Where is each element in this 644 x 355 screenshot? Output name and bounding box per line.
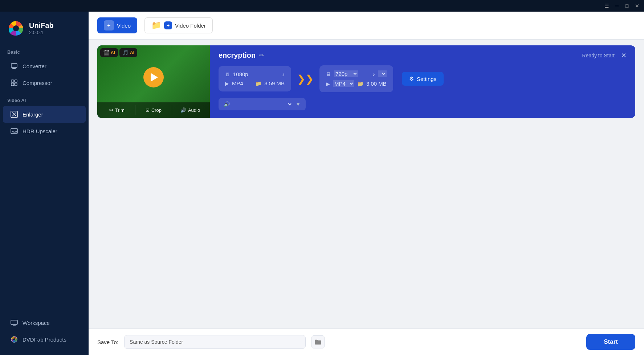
sidebar-item-dvdfab[interactable]: DVDFab Products bbox=[3, 331, 86, 348]
monitor-icon: 🖥 bbox=[225, 72, 230, 77]
play-small-icon: ▶ bbox=[225, 81, 229, 86]
video-ai-section-label: Video AI bbox=[0, 95, 89, 106]
sidebar-item-converter[interactable]: Converter bbox=[3, 58, 86, 74]
start-button[interactable]: Start bbox=[586, 334, 635, 350]
dest-resolution-select[interactable]: 720p 1080p 480p 360p bbox=[334, 70, 358, 77]
sidebar-logo: UniFab 2.0.0.1 bbox=[0, 12, 89, 47]
close-conv-button[interactable]: ✕ bbox=[621, 52, 627, 60]
ready-badge: Ready to Start bbox=[582, 53, 615, 58]
logo-icon bbox=[7, 20, 25, 37]
source-format-line: ▶ MP4 📁 3.59 MB bbox=[225, 80, 285, 86]
workspace-icon bbox=[10, 319, 18, 327]
svg-rect-8 bbox=[15, 83, 17, 86]
bottom-bar: Save To: Start bbox=[89, 329, 644, 355]
audio-button[interactable]: 🔊 Audio bbox=[172, 105, 208, 115]
dest-audio-select[interactable] bbox=[378, 70, 387, 77]
play-button[interactable] bbox=[143, 67, 164, 87]
enlarger-icon bbox=[10, 110, 18, 118]
video-controls: ✂ Trim ⊡ Crop 🔊 Audio bbox=[97, 102, 210, 118]
dest-monitor-icon: 🖥 bbox=[326, 71, 331, 77]
audio-track-selector[interactable]: 🔊 ▼ bbox=[219, 98, 306, 110]
save-to-label: Save To: bbox=[97, 339, 118, 345]
crop-button[interactable]: ⊡ Crop bbox=[135, 105, 172, 115]
video-thumbnail: 🎬 AI 🎵 AI ✂ Trim bbox=[97, 45, 210, 118]
dest-play-icon: ▶ bbox=[326, 81, 330, 87]
converter-label: Converter bbox=[23, 63, 46, 69]
dest-format-select[interactable]: MP4 MKV AVI MOV bbox=[333, 80, 354, 87]
main-content: + Video 📁 + Video Folder 🎬 AI bbox=[89, 12, 644, 355]
audio-row: 🔊 ▼ bbox=[219, 98, 627, 110]
toolbar: + Video 📁 + Video Folder bbox=[89, 12, 644, 40]
svg-text:HDR: HDR bbox=[12, 130, 17, 133]
conversion-info: encryption ✏ Ready to Start ✕ 🖥 1080p ♪ bbox=[210, 45, 635, 118]
app-body: UniFab 2.0.0.1 Basic Converter bbox=[0, 12, 644, 355]
folder-small-icon: 📁 bbox=[255, 81, 261, 86]
save-to-input[interactable] bbox=[124, 335, 306, 349]
compressor-icon bbox=[10, 79, 18, 87]
dest-size: 3.00 MB bbox=[366, 81, 387, 87]
format-source: 🖥 1080p ♪ ▶ MP4 📁 3.59 MB bbox=[219, 66, 291, 91]
svg-rect-6 bbox=[15, 80, 17, 82]
ai-audio-icon: 🎵 bbox=[122, 50, 129, 56]
workspace-label: Workspace bbox=[23, 320, 50, 326]
add-video-icon: + bbox=[104, 20, 114, 30]
browse-button[interactable] bbox=[311, 335, 325, 348]
hdr-icon: HDR bbox=[10, 127, 18, 135]
add-folder-plus-icon: + bbox=[164, 21, 172, 29]
video-card: 🎬 AI 🎵 AI ✂ Trim bbox=[97, 45, 635, 118]
dest-folder-icon: 📁 bbox=[357, 81, 363, 87]
conv-header: encryption ✏ Ready to Start ✕ bbox=[219, 51, 627, 60]
source-resolution-line: 🖥 1080p ♪ bbox=[225, 71, 285, 77]
close-button[interactable]: ✕ bbox=[633, 2, 641, 10]
audio-icon: 🔊 bbox=[180, 107, 186, 113]
dest-music-icon: ♪ bbox=[372, 71, 375, 77]
volume-icon: 🔊 bbox=[224, 101, 230, 107]
edit-icon[interactable]: ✏ bbox=[259, 52, 264, 59]
play-icon bbox=[151, 73, 158, 82]
enlarger-label: Enlarger bbox=[23, 111, 43, 118]
minimize-button[interactable]: ─ bbox=[613, 2, 621, 10]
format-arrow: ❯❯ bbox=[297, 73, 314, 85]
audio-track-select[interactable] bbox=[233, 101, 293, 107]
dvdfab-label: DVDFab Products bbox=[23, 336, 66, 343]
source-size: 3.59 MB bbox=[264, 80, 285, 86]
sidebar-item-enlarger[interactable]: Enlarger bbox=[3, 106, 86, 123]
menu-button[interactable]: ☰ bbox=[603, 2, 611, 10]
format-dest: 🖥 720p 1080p 480p 360p ♪ bbox=[319, 65, 393, 92]
format-row: 🖥 1080p ♪ ▶ MP4 📁 3.59 MB bbox=[219, 65, 627, 92]
audio-dropdown-icon: ▼ bbox=[295, 101, 301, 107]
settings-button[interactable]: ⚙ Settings bbox=[402, 72, 444, 86]
dest-format-line: ▶ MP4 MKV AVI MOV 📁 3.00 MB bbox=[326, 80, 387, 87]
add-video-folder-button[interactable]: 📁 + Video Folder bbox=[144, 17, 213, 33]
music-icon: ♪ bbox=[282, 72, 285, 77]
dvdfab-icon bbox=[10, 335, 18, 343]
svg-rect-5 bbox=[11, 80, 14, 82]
ai-video-icon: 🎬 bbox=[103, 50, 109, 56]
title-bar: ☰ ─ □ ✕ bbox=[0, 0, 644, 12]
add-video-folder-label: Video Folder bbox=[175, 23, 206, 29]
maximize-button[interactable]: □ bbox=[623, 2, 631, 10]
sidebar-item-workspace[interactable]: Workspace bbox=[3, 314, 86, 331]
svg-point-1 bbox=[13, 25, 19, 31]
add-video-label: Video bbox=[117, 23, 131, 29]
add-video-button[interactable]: + Video bbox=[97, 17, 137, 33]
logo-text: UniFab 2.0.0.1 bbox=[29, 21, 54, 35]
ai-video-badge: 🎬 AI bbox=[100, 48, 118, 57]
sidebar-item-compressor[interactable]: Compressor bbox=[3, 74, 86, 91]
basic-section-label: Basic bbox=[0, 47, 89, 58]
ai-audio-badge: 🎵 AI bbox=[119, 48, 137, 57]
ai-badges: 🎬 AI 🎵 AI bbox=[100, 48, 137, 57]
logo-name: UniFab bbox=[29, 21, 54, 30]
svg-point-17 bbox=[13, 338, 15, 340]
hdr-upscaler-label: HDR Upscaler bbox=[23, 128, 57, 134]
svg-rect-12 bbox=[11, 320, 17, 325]
sidebar: UniFab 2.0.0.1 Basic Converter bbox=[0, 12, 89, 355]
settings-icon: ⚙ bbox=[409, 76, 414, 82]
trim-button[interactable]: ✂ Trim bbox=[99, 105, 135, 115]
sidebar-item-hdr-upscaler[interactable]: HDR HDR Upscaler bbox=[3, 123, 86, 139]
dest-resolution-line: 🖥 720p 1080p 480p 360p ♪ bbox=[326, 70, 387, 77]
svg-rect-2 bbox=[11, 64, 17, 68]
crop-icon: ⊡ bbox=[146, 107, 150, 113]
source-resolution: 1080p bbox=[233, 71, 248, 77]
queue-area: 🎬 AI 🎵 AI ✂ Trim bbox=[89, 40, 644, 329]
